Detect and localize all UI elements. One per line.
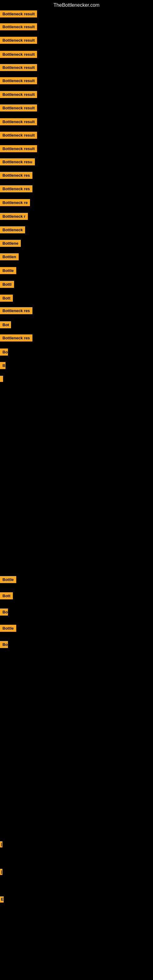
bottleneck-result-badge: Bottleneck result bbox=[0, 132, 37, 139]
bottleneck-result-badge: Bottle bbox=[0, 267, 16, 274]
badge-indicator bbox=[0, 376, 3, 382]
bottleneck-result-badge: Bottleneck result bbox=[0, 64, 37, 71]
site-title: TheBottlenecker.com bbox=[0, 0, 153, 10]
bottleneck-result-badge: Bo bbox=[0, 609, 8, 616]
bottleneck-result-badge: Bot bbox=[0, 321, 11, 328]
bottleneck-result-badge: Bottleneck result bbox=[0, 118, 37, 125]
bottleneck-result-badge: Bottleneck result bbox=[0, 10, 37, 18]
bottleneck-result-badge: Bott bbox=[0, 294, 13, 302]
bottleneck-result-badge: Bottleneck res bbox=[0, 172, 32, 179]
bottleneck-result-badge: Bottleneck res bbox=[0, 307, 32, 314]
bottleneck-result-badge: Bottleneck bbox=[0, 226, 25, 233]
bottleneck-result-badge: Bottleneck result bbox=[0, 51, 37, 58]
bottleneck-result-badge: Bottleneck res bbox=[0, 334, 32, 342]
bottleneck-result-badge: Bottleneck result bbox=[0, 91, 37, 98]
bottleneck-result-badge: Bo bbox=[0, 348, 8, 356]
bottleneck-result-badge: Bottleneck r bbox=[0, 213, 28, 220]
bottleneck-result-badge: Bottleneck result bbox=[0, 77, 37, 84]
bottleneck-result-badge: Bo bbox=[0, 641, 8, 648]
bottleneck-result-badge: Bottlene bbox=[0, 240, 21, 247]
bottleneck-result-badge: Bottleneck res bbox=[0, 185, 32, 192]
badge-indicator: E bbox=[0, 896, 4, 902]
bottleneck-result-badge: Bottleneck result bbox=[0, 37, 37, 44]
bottleneck-result-badge: Bottleneck result bbox=[0, 145, 37, 152]
bottleneck-result-badge: Bottle bbox=[0, 625, 16, 632]
bottleneck-result-badge: Bottl bbox=[0, 281, 14, 288]
bottleneck-result-badge: B bbox=[0, 362, 5, 369]
bottleneck-result-badge: Bottle bbox=[0, 576, 16, 583]
bottleneck-result-badge: Bott bbox=[0, 592, 13, 599]
bottleneck-result-badge: Bottlen bbox=[0, 253, 19, 260]
bottleneck-result-badge: Bottleneck resu bbox=[0, 158, 35, 165]
bottleneck-result-badge: Bottleneck re bbox=[0, 199, 30, 206]
bottleneck-result-badge: Bottleneck result bbox=[0, 23, 37, 30]
bottleneck-result-badge: Bottleneck result bbox=[0, 105, 37, 111]
badge-indicator: | bbox=[0, 869, 2, 875]
badge-indicator: | bbox=[0, 841, 2, 847]
